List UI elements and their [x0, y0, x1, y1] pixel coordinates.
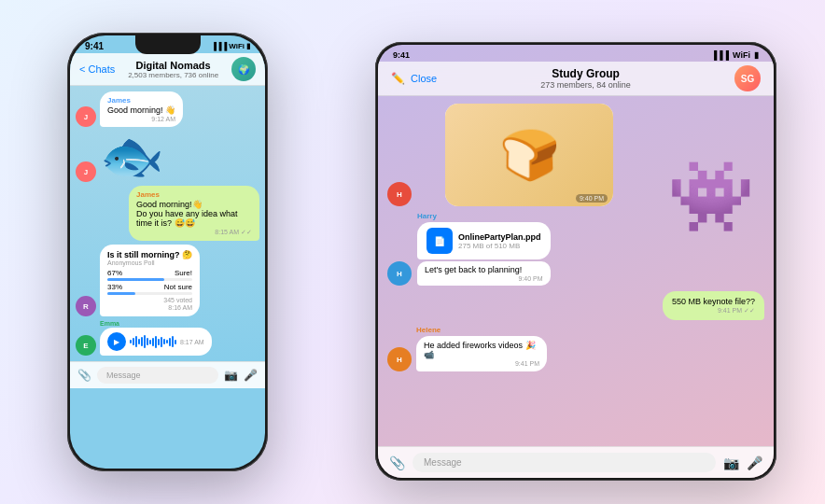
voice-bubble: ▶ [100, 328, 212, 356]
voice-msg-container: Emma ▶ [100, 320, 212, 356]
avatar-james: J [76, 106, 96, 127]
back-button[interactable]: < Chats [79, 63, 115, 75]
voice-sender: Emma [100, 320, 212, 327]
file-bubble: 📄 OnlinePartyPlan.ppd 275 MB of 510 MB [417, 222, 551, 259]
iphone-chat-header: < Chats Digital Nomads 2,503 members, 73… [70, 53, 265, 86]
wave-7 [147, 338, 148, 345]
helene-container: Helene He added fireworks videos 🎉📹 9:41… [416, 326, 547, 371]
ipad-device: 9:41 ▐▐▐ WiFi ▮ ✏️ Close Study Group 273… [375, 42, 776, 481]
ipad-mic-icon[interactable]: 🎤 [747, 455, 762, 470]
wave-17 [175, 340, 176, 344]
ipad-chat-avatar: SG [734, 65, 761, 91]
ipad-message-input[interactable]: Message [412, 453, 716, 472]
msg-keynote-time: 9:41 PM ✓✓ [672, 307, 755, 315]
wave-15 [169, 338, 171, 346]
avatar-harry: H [387, 261, 412, 286]
wave-14 [166, 340, 168, 343]
avatar-roxanne: R [76, 296, 96, 316]
voice-time: 8:17 AM [180, 339, 204, 345]
helene-bubble: He added fireworks videos 🎉📹 9:41 PM [416, 336, 547, 371]
poll-anon: Anonymous Poll [107, 259, 192, 266]
ipad-chat-body: H 🍞 9:40 PM 👾 H Harry [378, 96, 774, 446]
iphone-header-info: Digital Nomads 2,503 members, 736 online [120, 60, 226, 79]
devices-container: 9:41 ▐▐▐ WiFi ▮ < Chats Digital Nomads 2… [30, 14, 795, 490]
avatar-emma: E [76, 335, 96, 356]
wave-1 [130, 340, 132, 343]
compose-icon[interactable]: ✏️ [391, 72, 405, 85]
ipad-header-left: ✏️ Close [391, 72, 437, 85]
monster-emoji: 👾 [667, 157, 755, 235]
poll-label-2: 33%Not sure [107, 283, 192, 291]
attachment-icon[interactable]: 📎 [77, 369, 91, 382]
harry-text-bubble: Let's get back to planning! 9:40 PM [417, 261, 551, 286]
msg-helene-row: H Helene He added fireworks videos 🎉📹 9:… [387, 326, 764, 371]
image-time: 9:40 PM [576, 194, 608, 203]
poll-option-1: 67%Sure! [107, 269, 192, 281]
ipad-camera-icon[interactable]: 📷 [723, 455, 739, 470]
sticker-fish: 🐟 [100, 131, 164, 182]
filename: OnlinePartyPlan.ppd [458, 232, 541, 242]
image-bubble: 🍞 9:40 PM [445, 104, 613, 206]
poll-bubble: Is it still morning? 🤔 Anonymous Poll 67… [100, 245, 200, 316]
iphone-message-input[interactable]: Message [97, 367, 218, 384]
iphone-status-icons: ▐▐▐ WiFi ▮ [211, 42, 250, 50]
ipad-status-bar: 9:41 ▐▐▐ WiFi ▮ [378, 45, 774, 62]
iphone-notch [135, 35, 201, 54]
wave-11 [158, 339, 160, 345]
ipad-chat-header: ✏️ Close Study Group 273 members, 84 onl… [378, 62, 774, 96]
ipad-wifi-icon: WiFi [733, 50, 750, 60]
ipad-close-button[interactable]: Close [411, 73, 437, 84]
sender-james-r: James [136, 190, 252, 199]
wifi-icon: WiFi [229, 42, 245, 50]
msg-keynote-text: 550 MB keynote file?? [672, 297, 755, 306]
iphone-device: 9:41 ▐▐▐ WiFi ▮ < Chats Digital Nomads 2… [67, 33, 268, 471]
poll-bar-fill-2 [107, 292, 135, 295]
iphone-chat-sub: 2,503 members, 736 online [120, 71, 226, 79]
wave-16 [172, 336, 174, 347]
signal-icon: ▐▐▐ [211, 42, 227, 50]
wave-5 [141, 337, 143, 346]
msg-james-1: J James Good morning! 👋 9:12 AM [76, 91, 259, 127]
camera-icon[interactable]: 📷 [224, 369, 238, 382]
ipad-input-bar: 📎 Message 📷 🎤 [378, 446, 774, 478]
msg-sticker: J 🐟 [76, 131, 259, 182]
sender-james: James [107, 96, 175, 105]
ipad-attachment-icon[interactable]: 📎 [389, 455, 405, 470]
play-button[interactable]: ▶ [107, 332, 126, 351]
file-info: OnlinePartyPlan.ppd 275 MB of 510 MB [458, 232, 541, 250]
ipad-header-center: Study Group 273 members, 84 online [437, 67, 734, 90]
msg-james-right: James Good morning!👋Do you have any idea… [76, 186, 259, 241]
msg-right-row: 550 MB keynote file?? 9:41 PM ✓✓ [387, 291, 764, 320]
poll-bar-bg-2 [107, 292, 192, 295]
poll-voted: 345 voted [107, 297, 192, 303]
avatar-sticker: J [76, 161, 96, 182]
poll-label-1: 67%Sure! [107, 269, 192, 277]
wave-3 [135, 336, 137, 347]
msg-time-james-r: 8:15 AM ✓✓ [136, 229, 252, 236]
msg-time-james-1: 9:12 AM [107, 116, 175, 122]
msg-voice: E Emma ▶ [76, 320, 259, 356]
avatar-icon: 🌍 [231, 57, 256, 81]
msg-poll: R Is it still morning? 🤔 Anonymous Poll … [76, 245, 259, 316]
bubble-right-ipad: 550 MB keynote file?? 9:41 PM ✓✓ [663, 291, 764, 320]
wave-2 [133, 338, 134, 345]
bubble-james-right: James Good morning!👋Do you have any idea… [129, 186, 259, 241]
msg-text-james-r: Good morning!👋Do you have any idea what … [136, 200, 238, 228]
poll-time: 8:16 AM [107, 304, 192, 311]
wave-12 [161, 337, 162, 347]
filesize: 275 MB of 510 MB [458, 242, 541, 250]
mic-icon[interactable]: 🎤 [244, 369, 258, 382]
wave-4 [138, 339, 140, 344]
iphone-chat-body: J James Good morning! 👋 9:12 AM J 🐟 Jame… [70, 86, 265, 361]
iphone-time: 9:41 [85, 41, 104, 51]
avatar-helene: H [387, 347, 412, 371]
wave-10 [155, 336, 157, 348]
poll-title: Is it still morning? 🤔 [107, 250, 192, 259]
harry-msg-text: Let's get back to planning! [425, 265, 522, 274]
iphone-chat-avatar: 🌍 [231, 57, 256, 81]
battery-icon: ▮ [246, 42, 250, 50]
file-icon: 📄 [426, 228, 453, 254]
waveform [130, 334, 176, 349]
poll-bar-bg-1 [107, 278, 192, 281]
helene-sender: Helene [416, 326, 547, 334]
